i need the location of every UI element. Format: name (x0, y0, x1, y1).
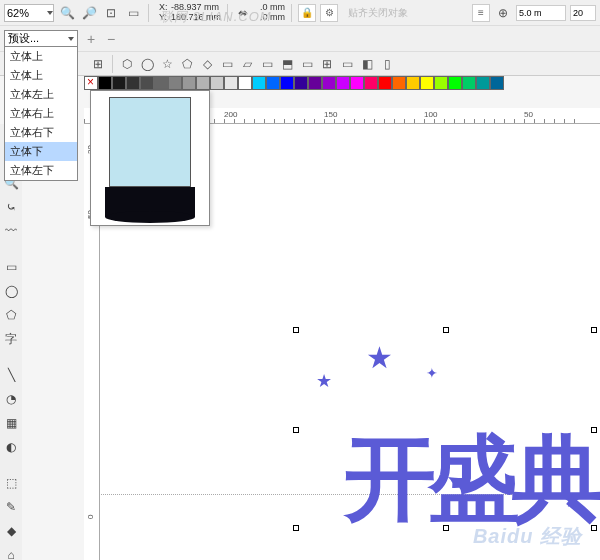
color-swatch[interactable] (490, 76, 504, 90)
tool-button[interactable]: ╲ (2, 366, 20, 384)
nudge-field[interactable]: 5.0 m (516, 5, 566, 21)
color-swatch[interactable] (322, 76, 336, 90)
shape-tool-icon[interactable]: ▭ (219, 56, 235, 72)
shape-tool-icon[interactable]: ⊞ (319, 56, 335, 72)
add-preset-button[interactable]: + (84, 31, 98, 47)
align-button[interactable]: ≡ (472, 4, 490, 22)
color-swatch[interactable] (392, 76, 406, 90)
selection-handle[interactable] (591, 427, 597, 433)
color-swatch[interactable] (294, 76, 308, 90)
selection-handle[interactable] (293, 327, 299, 333)
preset-select[interactable]: 预设... (4, 30, 78, 48)
tool-button[interactable]: ▭ (2, 258, 20, 276)
color-swatch[interactable] (476, 76, 490, 90)
preset-option[interactable]: 立体左上 (5, 85, 77, 104)
tool-button[interactable]: ✎ (2, 498, 20, 516)
selection-handle[interactable] (293, 525, 299, 531)
preset-label: 预设... (8, 31, 39, 46)
separator (148, 4, 149, 22)
shape-tool-icon[interactable]: ◇ (199, 56, 215, 72)
zoom-out-icon[interactable]: 🔎 (80, 4, 98, 22)
shape-tool-icon[interactable]: ▭ (259, 56, 275, 72)
ruler-label: 50 (524, 110, 533, 119)
mug-base-shape (105, 187, 195, 217)
tool-button[interactable]: ▦ (2, 414, 20, 432)
shape-tool-icon[interactable]: ▯ (379, 56, 395, 72)
color-swatch[interactable] (434, 76, 448, 90)
color-swatch[interactable] (84, 76, 98, 90)
remove-preset-button[interactable]: − (104, 31, 118, 47)
zoom-fit-icon[interactable]: ⊡ (102, 4, 120, 22)
shape-tool-icon[interactable]: ▭ (339, 56, 355, 72)
star-shape[interactable]: ★ (564, 490, 580, 512)
art-text[interactable]: 开盛典 (344, 437, 596, 520)
selection-handle[interactable] (591, 525, 597, 531)
color-swatch[interactable] (350, 76, 364, 90)
selection-handle[interactable] (443, 525, 449, 531)
lock-ratio-button[interactable]: 🔒 (298, 4, 316, 22)
property-bar-1: 62% 🔍 🔎 ⊡ ▭ X:-88.937 mm Y:180.716 mm ⬌ … (0, 0, 600, 26)
tool-button[interactable]: ◔ (2, 390, 20, 408)
shape-tool-icon[interactable]: ⬠ (179, 56, 195, 72)
color-swatch[interactable] (140, 76, 154, 90)
shape-tool-icon[interactable]: ⬡ (119, 56, 135, 72)
tool-button[interactable]: ⬚ (2, 474, 20, 492)
tool-button[interactable]: ◆ (2, 522, 20, 540)
preset-option[interactable]: 立体左下 (5, 161, 77, 180)
zoom-page-icon[interactable]: ▭ (124, 4, 142, 22)
tool-button[interactable]: ⬠ (2, 306, 20, 324)
star-shape[interactable]: ★ (366, 340, 393, 375)
color-swatch[interactable] (448, 76, 462, 90)
color-swatch[interactable] (210, 76, 224, 90)
options-button[interactable]: ⚙ (320, 4, 338, 22)
preset-option[interactable]: 立体上 (5, 66, 77, 85)
zoom-in-icon[interactable]: 🔍 (58, 4, 76, 22)
color-swatch[interactable] (182, 76, 196, 90)
shape-tool-icon[interactable]: ⬒ (279, 56, 295, 72)
shape-tool-icon[interactable]: ◧ (359, 56, 375, 72)
color-swatch[interactable] (406, 76, 420, 90)
color-swatch[interactable] (252, 76, 266, 90)
shape-tool-icon[interactable]: ▱ (239, 56, 255, 72)
shape-tool-icon[interactable]: ☆ (159, 56, 175, 72)
star-shape[interactable]: ✦ (426, 365, 438, 381)
selection-handle[interactable] (591, 327, 597, 333)
preset-option[interactable]: 立体右下 (5, 123, 77, 142)
color-swatch[interactable] (280, 76, 294, 90)
zoom-value: 62% (7, 7, 29, 19)
color-swatch[interactable] (462, 76, 476, 90)
color-swatch[interactable] (168, 76, 182, 90)
shape-tool-icon[interactable]: ▭ (299, 56, 315, 72)
preset-option[interactable]: 立体上 (5, 47, 77, 66)
color-swatch[interactable] (224, 76, 238, 90)
tool-button[interactable]: 字 (2, 330, 20, 348)
text-art-group[interactable]: 开盛典 ★★✦★ (296, 330, 596, 530)
color-swatch[interactable] (154, 76, 168, 90)
tool-button[interactable]: ⌂ (2, 546, 20, 560)
color-swatch[interactable] (336, 76, 350, 90)
tool-button[interactable]: 〰 (2, 222, 20, 240)
tool-button[interactable]: ◐ (2, 438, 20, 456)
color-swatch[interactable] (126, 76, 140, 90)
dup-field[interactable]: 20 (570, 5, 596, 21)
tool-button[interactable]: ◯ (2, 282, 20, 300)
color-swatch[interactable] (420, 76, 434, 90)
selection-handle[interactable] (443, 327, 449, 333)
zoom-select[interactable]: 62% (4, 4, 54, 22)
color-swatch[interactable] (98, 76, 112, 90)
star-shape[interactable]: ★ (316, 370, 332, 392)
color-swatch[interactable] (238, 76, 252, 90)
shape-tool-icon[interactable]: ◯ (139, 56, 155, 72)
selection-handle[interactable] (293, 427, 299, 433)
color-swatch[interactable] (364, 76, 378, 90)
tool-button[interactable]: ⤿ (2, 198, 20, 216)
color-swatch[interactable] (112, 76, 126, 90)
color-swatch[interactable] (378, 76, 392, 90)
grid-icon[interactable]: ⊞ (90, 56, 106, 72)
color-swatch[interactable] (266, 76, 280, 90)
color-swatch[interactable] (196, 76, 210, 90)
color-swatch[interactable] (308, 76, 322, 90)
preset-dropdown[interactable]: 立体上立体上立体左上立体右上立体右下立体下立体左下 (4, 46, 78, 181)
preset-option[interactable]: 立体右上 (5, 104, 77, 123)
preset-option[interactable]: 立体下 (5, 142, 77, 161)
